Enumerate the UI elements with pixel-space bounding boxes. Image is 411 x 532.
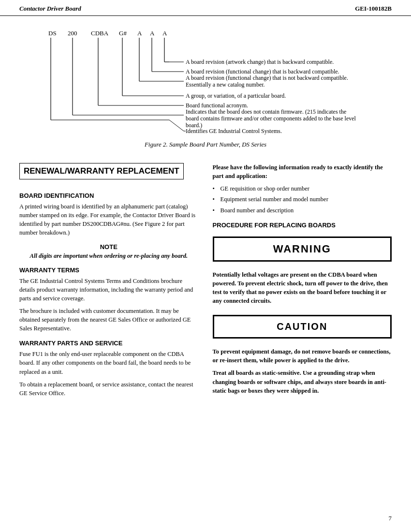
annotation-3b: Essentially a new catalog number. — [186, 81, 265, 88]
board-id-title: BOARD IDENTIFICATION — [19, 192, 198, 199]
caution-para2: Treat all boards as static-sensitive. Us… — [213, 369, 392, 395]
caution-box: CAUTION — [213, 315, 392, 339]
cdba-label: CDBA — [91, 30, 109, 37]
left-column: RENEWAL/WARRANTY REPLACEMENT BOARD IDENT… — [19, 163, 198, 401]
warranty-parts-title: WARRANTY PARTS AND SERVICE — [19, 340, 198, 347]
note-text: All digits are important when ordering o… — [19, 252, 198, 260]
warranty-terms-para2: The brochure is included with customer d… — [19, 307, 198, 333]
note-box: NOTE All digits are important when order… — [19, 243, 198, 260]
warranty-terms-title: WARRANTY TERMS — [19, 266, 198, 274]
header: Contactor Driver Board GEI-100182B — [0, 0, 411, 16]
caution-para1: To prevent equipment damage, do not remo… — [213, 347, 392, 365]
warning-label: WARNING — [273, 243, 331, 255]
figure-caption: Figure 2. Sample Board Part Number, DS S… — [19, 141, 392, 153]
annotation-7: Identifies GE Industrial Control Systems… — [186, 128, 282, 134]
bullet-3: Board number and description — [213, 206, 392, 215]
warning-text: Potentially lethal voltages are present … — [213, 270, 392, 306]
warning-box: WARNING — [213, 236, 392, 262]
caution-label: CAUTION — [277, 321, 327, 332]
diagram-section: DS 200 CDBA G# A A A — [0, 16, 411, 158]
annotation-5: Board functional acronym. — [186, 102, 248, 109]
bullet-2: Equipment serial number and model number — [213, 195, 392, 204]
warranty-terms-para1: The GE Industrial Control Systems Terms … — [19, 277, 198, 303]
bullet-1: GE requisition or shop order number — [213, 184, 392, 193]
annotation-2: A board revision (functional change) tha… — [186, 68, 339, 75]
annotation-4: A group, or variation, of a particular b… — [186, 92, 286, 99]
svg-line-20 — [169, 120, 184, 131]
diagram-container: DS 200 CDBA G# A A A — [19, 26, 387, 137]
board-id-text: A printed wiring board is identified by … — [19, 202, 198, 237]
diagram-svg: DS 200 CDBA G# A A A — [19, 26, 387, 137]
a1-label: A — [137, 30, 142, 37]
right-column: Please have the following information re… — [213, 163, 392, 401]
main-content: RENEWAL/WARRANTY REPLACEMENT BOARD IDENT… — [0, 158, 411, 411]
note-title: NOTE — [19, 243, 198, 251]
ds-label: DS — [48, 30, 57, 37]
annotation-6b: board contains firmware and/or other com… — [186, 115, 356, 122]
intro-text: Please have the following information re… — [213, 163, 392, 180]
warranty-parts-para1: Fuse FU1 is the only end-user replaceabl… — [19, 350, 198, 376]
page-number: 7 — [389, 515, 392, 522]
bullet-list: GE requisition or shop order number Equi… — [213, 184, 392, 214]
warranty-parts-para2: To obtain a replacement board, or servic… — [19, 380, 198, 398]
a3-label: A — [162, 30, 167, 37]
section-title: RENEWAL/WARRANTY REPLACEMENT — [19, 163, 184, 179]
annotation-3a: A board revision (functional change) tha… — [186, 74, 348, 81]
header-title-left: Contactor Driver Board — [19, 5, 81, 13]
annotation-6a: Indicates that the board does not contai… — [186, 108, 346, 115]
annotation-1: A board revision (artwork change) that i… — [186, 59, 334, 65]
ghash-label: G# — [119, 30, 127, 37]
header-title-right: GEI-100182B — [355, 5, 392, 13]
page: Contactor Driver Board GEI-100182B DS 20… — [0, 0, 411, 532]
200-label: 200 — [68, 30, 77, 37]
a2-label: A — [150, 30, 155, 37]
procedure-title: PROCEDURE FOR REPLACING BOARDS — [213, 222, 392, 229]
